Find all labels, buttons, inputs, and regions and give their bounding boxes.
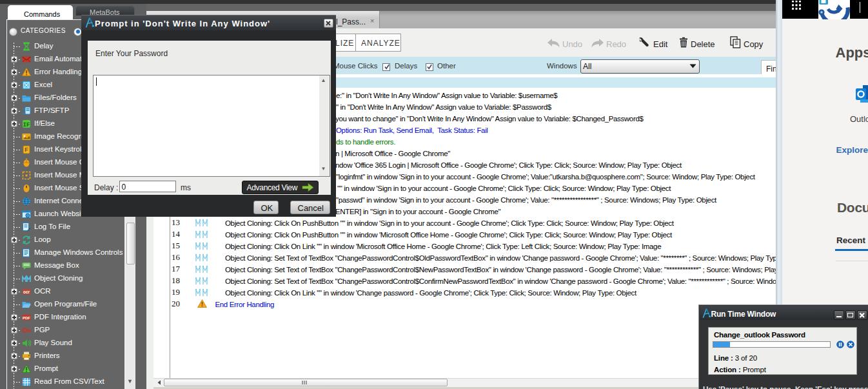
svg-text:F: F (25, 146, 28, 153)
svg-text:PDF: PDF (23, 316, 30, 320)
svg-text:IF: IF (23, 122, 30, 128)
svg-text:ocr: ocr (23, 290, 30, 294)
